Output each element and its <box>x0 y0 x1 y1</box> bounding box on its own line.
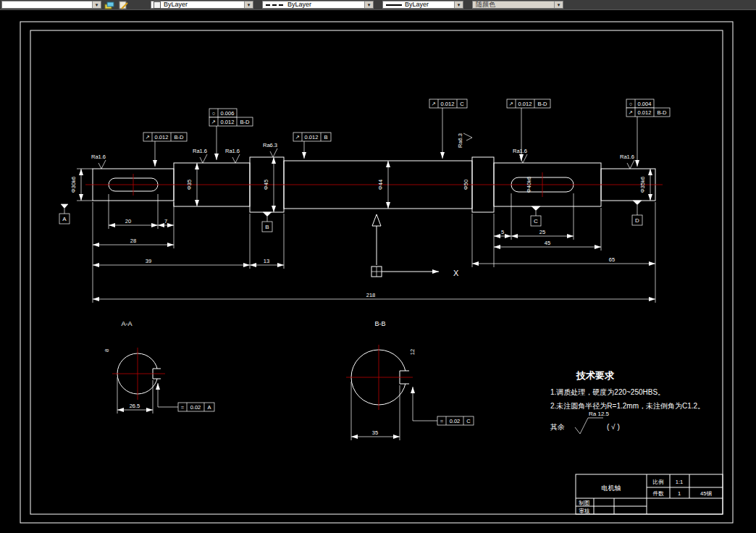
svg-text:C: C <box>466 418 471 424</box>
svg-text:↗: ↗ <box>509 101 513 107</box>
title-block: 电机轴 比例 1:1 件数 1 45钢 制图 审核 <box>576 474 723 514</box>
chevron-down-icon[interactable]: ▾ <box>454 1 463 8</box>
dia-label: Φ35k6 <box>639 177 646 193</box>
technical-requirements: 技术要求 1.调质处理，硬度为220~250HBS。 2.未注圆角半径为R=1.… <box>550 370 705 434</box>
svg-text:Ra6.3: Ra6.3 <box>457 133 463 148</box>
svg-text:B: B <box>324 134 327 140</box>
svg-text:0.02: 0.02 <box>190 404 201 411</box>
svg-text:=: = <box>440 418 444 424</box>
chevron-down-icon[interactable]: ▾ <box>364 1 373 8</box>
roughness-mark: Ra1.6 <box>91 154 106 169</box>
dim-label: 8 <box>104 349 110 352</box>
gdt-frame: ↗0.012B-D <box>143 133 187 167</box>
svg-text:B: B <box>265 224 269 230</box>
svg-text:Ra6.3: Ra6.3 <box>263 142 277 148</box>
svg-text:○: ○ <box>629 101 633 107</box>
gdt-frame: =0.02C <box>413 387 474 425</box>
roughness-mark: Ra1.6 <box>225 148 240 163</box>
svg-text:↗: ↗ <box>629 109 633 116</box>
dim-label: 13 <box>264 258 269 264</box>
color-control-value: ByLayer <box>161 1 244 9</box>
dia-label: Φ35 <box>186 180 193 190</box>
qty-label: 件数 <box>653 490 665 497</box>
svg-text:B-D: B-D <box>538 101 548 107</box>
dia-label: Φ45 <box>263 180 269 190</box>
svg-text:Ra1.6: Ra1.6 <box>513 148 527 154</box>
chevron-down-icon: ▾ <box>554 1 563 8</box>
svg-text:Ra1.6: Ra1.6 <box>620 154 634 160</box>
svg-text:Ra1.6: Ra1.6 <box>91 154 106 160</box>
section-view-left: A-A 26.5 8 =0.02A <box>104 320 214 414</box>
svg-text:A: A <box>62 216 67 222</box>
section-label: B-B <box>374 320 385 327</box>
layers-icon[interactable] <box>104 1 115 9</box>
svg-text:0.02: 0.02 <box>450 418 461 424</box>
roughness-mark: Ra 12.5 <box>575 411 610 434</box>
plotstyle-control-value: 随颜色 <box>473 1 554 9</box>
roughness-mark: Ra1.6 <box>620 154 634 169</box>
gdt-frame: ○0.006 <box>209 109 237 117</box>
svg-text:C: C <box>534 218 538 224</box>
tech-req-title: 技术要求 <box>576 370 615 381</box>
dim-label: 218 <box>366 292 376 298</box>
lineweight-control-dropdown[interactable]: ByLayer ▾ <box>382 1 463 9</box>
linetype-control-value: ByLayer <box>285 1 364 9</box>
svg-text:↗: ↗ <box>295 134 300 140</box>
dim-label: 35 <box>372 429 378 436</box>
svg-text:0.012: 0.012 <box>638 109 652 116</box>
dim-label: 26.5 <box>130 403 140 409</box>
gdt-frames: ○0.006 ↗0.012B-D ↗0.012B-D ↗0.012B <box>143 99 670 167</box>
svg-text:D: D <box>635 217 639 224</box>
checked-by-label: 审核 <box>579 508 591 514</box>
section-label: A-A <box>121 320 132 327</box>
plotstyle-control-dropdown: 随颜色 ▾ <box>472 1 563 9</box>
tech-req-rest: 其余 <box>550 423 565 431</box>
section-view-right: B-B 35 12 =0.02C <box>346 320 474 440</box>
datum-c: C <box>531 206 541 226</box>
part-name: 电机轴 <box>602 484 621 492</box>
color-swatch <box>154 1 161 9</box>
tech-req-paren: ( √ ) <box>607 423 620 431</box>
svg-text:A: A <box>207 404 211 411</box>
x-axis-label: X <box>453 269 459 277</box>
svg-text:C: C <box>460 101 464 107</box>
dim-label: 65 <box>609 256 615 263</box>
svg-text:0.012: 0.012 <box>441 101 455 107</box>
linetype-control-dropdown[interactable]: ByLayer ▾ <box>262 1 374 9</box>
svg-text:↗: ↗ <box>211 119 216 125</box>
tech-req-line: 2.未注圆角半径为R=1.2mm，未注倒角为C1.2。 <box>550 402 705 410</box>
svg-text:B-D: B-D <box>175 134 185 140</box>
object-properties-toolbar: ▾ ByLayer ▾ ByLayer ▾ ByLayer <box>0 0 756 10</box>
svg-text:0.012: 0.012 <box>305 134 319 140</box>
lineweight-preview <box>386 4 402 6</box>
qty-value: 1 <box>678 490 681 497</box>
datum-d: D <box>632 201 642 225</box>
chevron-down-icon[interactable]: ▾ <box>92 1 101 8</box>
svg-text:B-D: B-D <box>658 109 668 116</box>
chevron-down-icon[interactable]: ▾ <box>244 1 253 8</box>
svg-text:B-D: B-D <box>240 119 251 125</box>
svg-text:0.012: 0.012 <box>155 134 169 140</box>
dim-label: 28 <box>130 238 136 244</box>
layer-control-dropdown[interactable]: ▾ <box>1 1 101 9</box>
drawing-canvas[interactable]: Φ30k6 Φ35 Φ45 Φ44 Φ50 Φ40k6 Φ35k6 <box>0 9 756 533</box>
gdt-frame: ↗0.012C <box>429 99 467 159</box>
dim-label: 39 <box>146 258 151 264</box>
linear-dimensions: 20 7 28 39 13 218 5 25 45 65 <box>93 193 655 303</box>
dim-label: 25 <box>539 229 545 235</box>
dia-label: Φ30k6 <box>70 177 77 193</box>
centerlines <box>85 172 663 197</box>
svg-text:0.006: 0.006 <box>221 110 235 117</box>
gdt-frame: =0.02A <box>158 383 214 411</box>
scale-value: 1:1 <box>676 479 683 485</box>
datum-b: B <box>262 212 272 232</box>
dim-label: 45 <box>545 240 550 246</box>
dim-label: 12 <box>409 349 416 355</box>
svg-text:○: ○ <box>212 110 216 117</box>
datum-a: A <box>59 204 70 224</box>
color-control-dropdown[interactable]: ByLayer ▾ <box>151 1 253 9</box>
layer-properties-icon[interactable] <box>118 1 129 9</box>
dim-label: 7 <box>164 218 167 224</box>
svg-text:=: = <box>181 404 185 411</box>
gdt-frame: ↗0.012B <box>293 133 331 159</box>
